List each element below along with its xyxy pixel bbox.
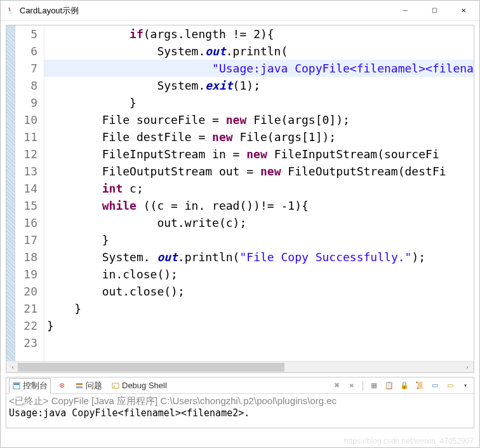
line-number: 22 (15, 317, 37, 334)
tab-debug-shell[interactable]: Debug Shell (109, 379, 170, 391)
console-termination-line: <已终止> CopyFile [Java 应用程序] C:\Users\chon… (9, 395, 471, 407)
toolbar-separator (363, 381, 363, 391)
tab-console-label: 控制台 (23, 380, 48, 391)
line-number: 5 (15, 25, 37, 43)
line-number: 17 (15, 231, 37, 248)
debug-shell-icon (111, 381, 120, 390)
code-line[interactable]: if(args.length != 2){ (44, 25, 474, 43)
line-number: 11 (15, 128, 37, 146)
problems-icon (75, 381, 84, 390)
tab-problems[interactable]: 问题 (72, 379, 105, 393)
line-number: 16 (15, 214, 37, 231)
clear-console-button[interactable]: ▦ (368, 380, 380, 391)
tab-problems-label: 问题 (86, 380, 102, 391)
svg-rect-4 (112, 383, 119, 388)
console-dropdown-icon[interactable]: ▾ (460, 380, 471, 391)
code-line[interactable]: } (44, 300, 474, 317)
code-line[interactable]: int c; (44, 180, 474, 197)
line-number: 23 (15, 334, 37, 351)
scroll-lock-button[interactable]: 🔒 (399, 380, 410, 391)
code-line[interactable]: out.write(c); (44, 214, 474, 231)
display-console-button[interactable]: ▭ (429, 380, 441, 391)
scroll-right-icon[interactable]: › (462, 363, 472, 372)
window-controls: ─ ☐ ✕ (390, 1, 478, 20)
minimize-button[interactable]: ─ (390, 1, 420, 20)
remove-all-launches-button[interactable]: ✖ (346, 380, 357, 391)
line-number: 6 (15, 43, 37, 60)
line-number: 18 (15, 248, 37, 266)
code-line[interactable] (44, 334, 474, 351)
remove-launch-button[interactable]: ✖ (331, 380, 342, 391)
scroll-thumb[interactable] (18, 363, 284, 372)
code-line[interactable]: System. out.println("File Copy Successfu… (44, 248, 474, 266)
tab-pin[interactable]: ⊗ (55, 380, 69, 391)
word-wrap-button[interactable]: 📜 (414, 380, 425, 391)
watermark-text: https://blog.csdn.net/weixin_47052907 (344, 437, 474, 445)
code-line[interactable]: FileOutputStream out = new FileOutputStr… (44, 163, 474, 180)
code-line[interactable]: out.close(); (44, 283, 474, 300)
code-line[interactable]: } (44, 94, 474, 111)
code-line[interactable]: while ((c = in. read())!= -1){ (44, 197, 474, 214)
line-number: 21 (15, 300, 37, 317)
svg-rect-2 (76, 383, 83, 385)
open-console-button[interactable]: ▭ (444, 380, 456, 391)
code-line[interactable]: FileInputStream in = new FileInputStream… (44, 146, 474, 163)
titlebar: CardLayout示例 ─ ☐ ✕ (1, 1, 479, 21)
line-number: 13 (15, 163, 37, 180)
console-output[interactable]: <已终止> CopyFile [Java 应用程序] C:\Users\chon… (6, 394, 474, 428)
console-tabbar: 控制台 ⊗ 问题 Debug Shell ✖ ✖ ▦ 📋 🔒 📜 ▭ ▭ ▾ (6, 377, 474, 394)
tab-debug-label: Debug Shell (122, 381, 167, 390)
line-number: 7 (15, 60, 37, 77)
copy-button[interactable]: 📋 (383, 380, 395, 391)
horizontal-scrollbar[interactable]: ‹ › (6, 361, 474, 372)
close-button[interactable]: ✕ (449, 1, 478, 20)
console-stdout-line: Usage:java CopyFile<filenamel><filename2… (9, 407, 471, 419)
svg-rect-1 (14, 383, 19, 385)
code-line[interactable]: System.out.println( (44, 43, 474, 60)
console-panel: 控制台 ⊗ 问题 Debug Shell ✖ ✖ ▦ 📋 🔒 📜 ▭ ▭ ▾ <… (6, 377, 474, 428)
code-line[interactable]: } (44, 317, 474, 334)
line-number: 14 (15, 180, 37, 197)
scroll-track[interactable] (18, 363, 462, 372)
java-app-icon (6, 6, 16, 16)
console-icon (12, 381, 21, 390)
line-number: 10 (15, 111, 37, 128)
code-line[interactable]: File sourceFile = new File(args[0]); (44, 111, 474, 128)
line-number: 8 (15, 77, 37, 94)
code-line[interactable]: "Usage:java CopyFile<filenamel><filena (44, 60, 474, 77)
line-number: 9 (15, 94, 37, 111)
folding-gutter[interactable] (6, 25, 15, 361)
pin-icon: ⊗ (57, 381, 66, 390)
line-number: 15 (15, 197, 37, 214)
line-number: 20 (15, 283, 37, 300)
window-title: CardLayout示例 (20, 5, 390, 17)
maximize-button[interactable]: ☐ (420, 1, 449, 20)
code-editor: 567891011121314151617181920212223 if(arg… (6, 25, 474, 373)
code-line[interactable]: } (44, 231, 474, 248)
code-area[interactable]: if(args.length != 2){ System.out.println… (44, 25, 474, 361)
code-line[interactable]: in.close(); (44, 266, 474, 283)
line-number: 19 (15, 266, 37, 283)
scroll-left-icon[interactable]: ‹ (8, 363, 18, 372)
svg-rect-3 (76, 386, 83, 388)
line-number-gutter[interactable]: 567891011121314151617181920212223 (15, 25, 44, 361)
line-number: 12 (15, 146, 37, 163)
tab-console[interactable]: 控制台 (9, 378, 51, 394)
code-line[interactable]: System.exit(1); (44, 77, 474, 94)
code-line[interactable]: File destFile = new File(args[1]); (44, 128, 474, 146)
